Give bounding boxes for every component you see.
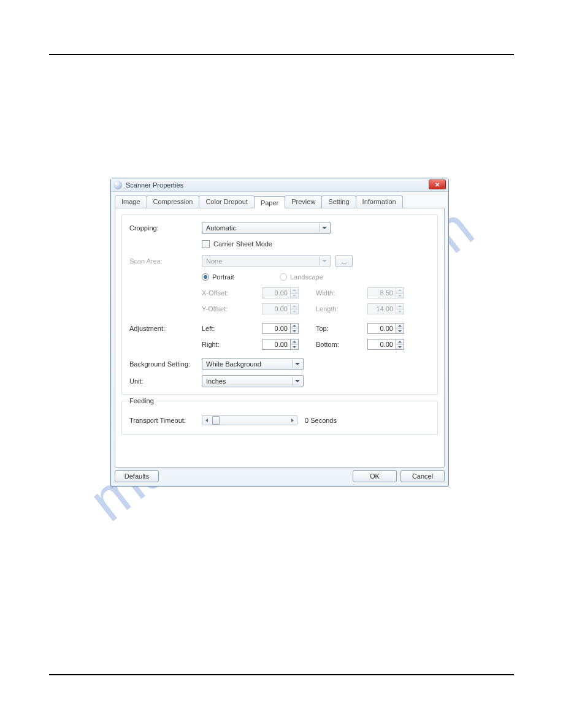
length-field — [367, 303, 396, 314]
cancel-button[interactable]: Cancel — [400, 470, 445, 482]
close-button[interactable]: ✕ — [429, 180, 446, 189]
adj-right-stepper[interactable] — [262, 339, 299, 350]
cropping-value: Automatic — [206, 224, 236, 232]
adj-left-label: Left: — [202, 325, 240, 332]
spin-up-icon[interactable] — [291, 339, 298, 345]
dialog-title: Scanner Properties — [126, 181, 183, 189]
tab-image[interactable]: Image — [115, 195, 147, 208]
y-offset-stepper — [262, 303, 299, 314]
scan-area-value: None — [206, 257, 222, 265]
adj-top-label: Top: — [316, 325, 351, 332]
page-divider-top — [49, 54, 514, 55]
x-offset-label: X-Offset: — [202, 289, 240, 297]
y-offset-field — [262, 303, 290, 314]
carrier-sheet-label: Carrier Sheet Mode — [213, 240, 272, 248]
spin-up-icon[interactable] — [396, 339, 404, 345]
paper-tab-panel: Cropping: Automatic Carrier Sheet Mode S… — [115, 208, 445, 468]
adj-top-field[interactable] — [367, 323, 396, 334]
tab-information[interactable]: Information — [356, 195, 403, 208]
dialog-button-bar: Defaults OK Cancel — [115, 470, 445, 482]
feeding-group: Feeding Transport Timeout: 0 Seconds — [121, 401, 438, 435]
ok-button[interactable]: OK — [353, 470, 397, 482]
adj-top-stepper[interactable] — [367, 323, 404, 334]
adjustment-label: Adjustment: — [129, 325, 202, 332]
background-label: Background Setting: — [129, 360, 202, 368]
width-stepper — [367, 287, 404, 298]
slider-thumb[interactable] — [212, 416, 220, 425]
slider-right-icon[interactable] — [288, 416, 297, 425]
adj-right-field[interactable] — [262, 339, 290, 350]
chevron-down-icon — [319, 224, 329, 232]
tab-setting[interactable]: Setting — [321, 195, 356, 208]
chevron-down-icon — [292, 360, 302, 368]
tab-strip: Image Compression Color Dropout Paper Pr… — [111, 192, 448, 208]
scan-area-browse-button[interactable]: ... — [335, 255, 353, 267]
chevron-down-icon — [292, 377, 302, 385]
app-icon — [113, 181, 122, 189]
tab-color-dropout[interactable]: Color Dropout — [199, 195, 254, 208]
landscape-label: Landscape — [290, 273, 323, 281]
cropping-dropdown[interactable]: Automatic — [202, 222, 331, 234]
transport-timeout-slider[interactable] — [202, 415, 297, 425]
transport-timeout-value: 0 Seconds — [305, 417, 337, 424]
landscape-radio — [280, 273, 287, 281]
spin-down-icon[interactable] — [291, 345, 298, 350]
scan-area-dropdown: None — [202, 255, 331, 267]
page-divider-bottom — [49, 674, 514, 675]
titlebar: Scanner Properties ✕ — [111, 178, 448, 192]
main-settings-group: Cropping: Automatic Carrier Sheet Mode S… — [121, 214, 438, 395]
portrait-radio[interactable] — [202, 273, 209, 281]
unit-value: Inches — [206, 377, 226, 385]
background-value: White Background — [206, 360, 261, 368]
carrier-sheet-checkbox[interactable] — [202, 240, 210, 248]
adj-right-label: Right: — [202, 341, 240, 348]
scan-area-label: Scan Area: — [129, 257, 202, 265]
x-offset-field — [262, 287, 290, 298]
adj-left-field[interactable] — [262, 323, 290, 334]
background-dropdown[interactable]: White Background — [202, 358, 304, 370]
spin-up-icon[interactable] — [291, 324, 298, 329]
adj-bottom-label: Bottom: — [316, 341, 351, 348]
adj-bottom-stepper[interactable] — [367, 339, 404, 350]
width-field — [367, 287, 396, 298]
tab-compression[interactable]: Compression — [147, 195, 200, 208]
portrait-label: Portrait — [212, 273, 280, 281]
chevron-down-icon — [319, 257, 329, 265]
length-label: Length: — [316, 305, 351, 313]
unit-dropdown[interactable]: Inches — [202, 375, 304, 387]
adj-bottom-field[interactable] — [367, 339, 396, 350]
scanner-properties-dialog: Scanner Properties ✕ Image Compression C… — [110, 178, 449, 487]
feeding-legend: Feeding — [127, 397, 156, 404]
transport-timeout-label: Transport Timeout: — [129, 417, 202, 424]
spin-up-icon[interactable] — [396, 324, 404, 329]
spin-down-icon[interactable] — [396, 345, 404, 350]
tab-preview[interactable]: Preview — [285, 195, 322, 208]
width-label: Width: — [316, 289, 351, 297]
length-stepper — [367, 303, 404, 314]
spin-down-icon[interactable] — [396, 329, 404, 334]
spin-down-icon[interactable] — [291, 329, 298, 334]
slider-left-icon[interactable] — [202, 416, 211, 425]
x-offset-stepper — [262, 287, 299, 298]
cropping-label: Cropping: — [129, 224, 202, 232]
adj-left-stepper[interactable] — [262, 323, 299, 334]
unit-label: Unit: — [129, 377, 202, 385]
tab-paper[interactable]: Paper — [254, 196, 285, 208]
y-offset-label: Y-Offset: — [202, 305, 240, 313]
defaults-button[interactable]: Defaults — [115, 470, 159, 482]
